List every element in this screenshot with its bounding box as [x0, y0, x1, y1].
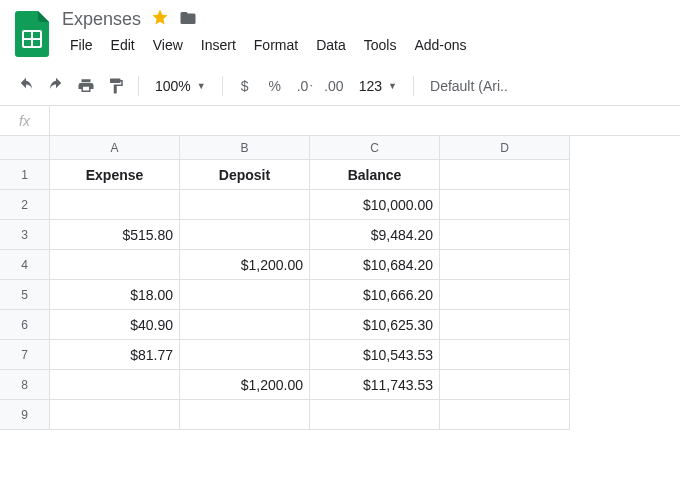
- cell[interactable]: $10,543.53: [310, 340, 440, 370]
- row-header[interactable]: 8: [0, 370, 50, 400]
- cell[interactable]: [180, 190, 310, 220]
- menu-file[interactable]: File: [62, 33, 101, 57]
- formula-input[interactable]: [50, 106, 680, 135]
- column-header-b[interactable]: B: [180, 136, 310, 160]
- format-currency-button[interactable]: $: [231, 72, 259, 100]
- cell[interactable]: [440, 310, 570, 340]
- cell[interactable]: $11,743.53: [310, 370, 440, 400]
- row-header[interactable]: 9: [0, 400, 50, 430]
- redo-icon[interactable]: [42, 72, 70, 100]
- cell[interactable]: $1,200.00: [180, 250, 310, 280]
- cell[interactable]: [440, 340, 570, 370]
- separator: [413, 76, 414, 96]
- menu-format[interactable]: Format: [246, 33, 306, 57]
- cell[interactable]: [440, 370, 570, 400]
- cell[interactable]: $9,484.20: [310, 220, 440, 250]
- more-formats-button[interactable]: 123▼: [351, 78, 405, 94]
- cell[interactable]: [440, 250, 570, 280]
- cell[interactable]: $1,200.00: [180, 370, 310, 400]
- separator: [138, 76, 139, 96]
- cell[interactable]: $10,666.20: [310, 280, 440, 310]
- cell[interactable]: Expense: [50, 160, 180, 190]
- cell[interactable]: $515.80: [50, 220, 180, 250]
- cell[interactable]: [50, 190, 180, 220]
- cell[interactable]: [180, 220, 310, 250]
- menubar: File Edit View Insert Format Data Tools …: [62, 33, 668, 57]
- decrease-decimal-button[interactable]: .0: [291, 72, 319, 100]
- toolbar: 100%▼ $ % .0 .00 123▼ Default (Ari..: [0, 66, 680, 106]
- cell[interactable]: [440, 160, 570, 190]
- cell[interactable]: $10,684.20: [310, 250, 440, 280]
- formula-bar: fx: [0, 106, 680, 136]
- print-icon[interactable]: [72, 72, 100, 100]
- chevron-down-icon: ▼: [388, 81, 397, 91]
- menu-insert[interactable]: Insert: [193, 33, 244, 57]
- row-header[interactable]: 5: [0, 280, 50, 310]
- menu-addons[interactable]: Add-ons: [406, 33, 474, 57]
- row-header[interactable]: 4: [0, 250, 50, 280]
- cell[interactable]: $40.90: [50, 310, 180, 340]
- row-header[interactable]: 6: [0, 310, 50, 340]
- cell[interactable]: $81.77: [50, 340, 180, 370]
- cell[interactable]: [440, 220, 570, 250]
- star-icon[interactable]: [151, 8, 169, 31]
- chevron-down-icon: ▼: [197, 81, 206, 91]
- cell[interactable]: $10,000.00: [310, 190, 440, 220]
- menu-view[interactable]: View: [145, 33, 191, 57]
- select-all-corner[interactable]: [0, 136, 50, 160]
- cell[interactable]: Balance: [310, 160, 440, 190]
- cell[interactable]: Deposit: [180, 160, 310, 190]
- cell[interactable]: $18.00: [50, 280, 180, 310]
- increase-decimal-button[interactable]: .00: [321, 72, 349, 100]
- menu-data[interactable]: Data: [308, 33, 354, 57]
- cell[interactable]: [180, 400, 310, 430]
- column-header-a[interactable]: A: [50, 136, 180, 160]
- menu-tools[interactable]: Tools: [356, 33, 405, 57]
- cell[interactable]: [440, 280, 570, 310]
- cell[interactable]: [180, 310, 310, 340]
- cell[interactable]: [180, 340, 310, 370]
- folder-icon[interactable]: [179, 9, 197, 30]
- separator: [222, 76, 223, 96]
- row-header[interactable]: 3: [0, 220, 50, 250]
- cell[interactable]: [180, 280, 310, 310]
- column-header-d[interactable]: D: [440, 136, 570, 160]
- document-title[interactable]: Expenses: [62, 9, 141, 30]
- row-header[interactable]: 1: [0, 160, 50, 190]
- cell[interactable]: [440, 190, 570, 220]
- cell[interactable]: $10,625.30: [310, 310, 440, 340]
- format-percent-button[interactable]: %: [261, 72, 289, 100]
- font-select[interactable]: Default (Ari..: [422, 78, 516, 94]
- undo-icon[interactable]: [12, 72, 40, 100]
- row-header[interactable]: 7: [0, 340, 50, 370]
- fx-icon[interactable]: fx: [0, 106, 50, 135]
- cell[interactable]: [310, 400, 440, 430]
- cell[interactable]: [50, 370, 180, 400]
- zoom-select[interactable]: 100%▼: [147, 78, 214, 94]
- cell[interactable]: [440, 400, 570, 430]
- spreadsheet-grid: A B C D 1 Expense Deposit Balance 2 $10,…: [0, 136, 680, 430]
- cell[interactable]: [50, 400, 180, 430]
- cell[interactable]: [50, 250, 180, 280]
- menu-edit[interactable]: Edit: [103, 33, 143, 57]
- paint-format-icon[interactable]: [102, 72, 130, 100]
- sheets-logo-icon[interactable]: [12, 8, 52, 60]
- column-header-c[interactable]: C: [310, 136, 440, 160]
- row-header[interactable]: 2: [0, 190, 50, 220]
